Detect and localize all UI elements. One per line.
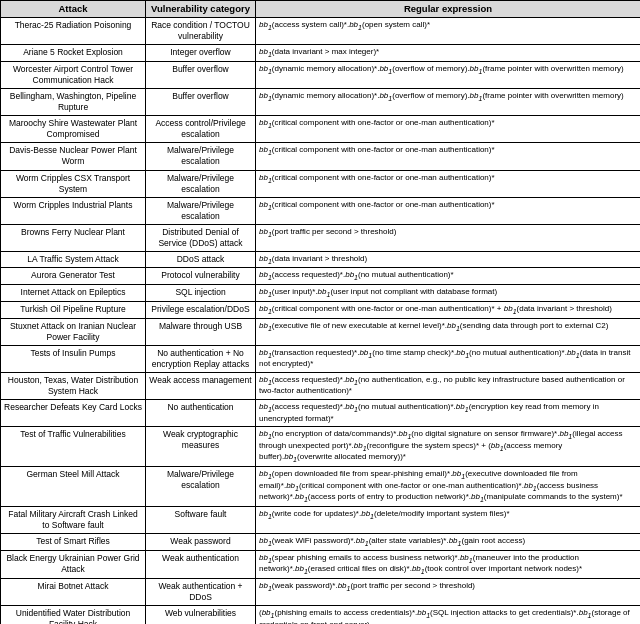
table-row: Unidentified Water Distribution Facility… xyxy=(1,606,641,624)
regex-cell: bb1(weak password)*.bb1(port traffic per… xyxy=(256,579,641,606)
regex-cell: bb1(weak WiFi password)*.bb1(alter state… xyxy=(256,534,641,551)
attack-cell: Worcester Airport Control Tower Communic… xyxy=(1,62,146,89)
vuln-cell: Buffer overflow xyxy=(146,89,256,116)
regex-cell: bb1(port traffic per second > threshold) xyxy=(256,224,641,251)
regex-cell: bb1(data invariant > max integer)* xyxy=(256,45,641,62)
regex-cell: bb1(access system call)*.bb1(open system… xyxy=(256,18,641,45)
attack-cell: Worm Cripples CSX Transport System xyxy=(1,170,146,197)
vuln-cell: Weak authentication + DDoS xyxy=(146,579,256,606)
vuln-cell: Distributed Denial of Service (DDoS) att… xyxy=(146,224,256,251)
attack-cell: Davis-Besse Nuclear Power Plant Worm xyxy=(1,143,146,170)
vuln-cell: Weak access management xyxy=(146,372,256,399)
table-row: Test of Smart RiflesWeak passwordbb1(wea… xyxy=(1,534,641,551)
vuln-cell: Malware/Privilege escalation xyxy=(146,143,256,170)
attack-cell: Test of Smart Rifles xyxy=(1,534,146,551)
regex-cell: bb1(critical component with one-factor o… xyxy=(256,143,641,170)
vuln-cell: Software fault xyxy=(146,507,256,534)
attack-cell: Internet Attack on Epileptics xyxy=(1,285,146,302)
vuln-cell: Protocol vulnerability xyxy=(146,268,256,285)
vuln-cell: Access control/Privilege escalation xyxy=(146,116,256,143)
table-row: Worm Cripples Industrial PlantsMalware/P… xyxy=(1,197,641,224)
table-row: Mirai Botnet AttackWeak authentication +… xyxy=(1,579,641,606)
attack-cell: Aurora Generator Test xyxy=(1,268,146,285)
table-row: Houston, Texas, Water Distribution Syste… xyxy=(1,372,641,399)
vuln-cell: Web vulnerabilities xyxy=(146,606,256,624)
attack-cell: Tests of Insulin Pumps xyxy=(1,345,146,372)
attack-cell: Fatal Military Aircraft Crash Linked to … xyxy=(1,507,146,534)
table-row: Internet Attack on EpilepticsSQL injecti… xyxy=(1,285,641,302)
vuln-cell: No authentication + No encryption Replay… xyxy=(146,345,256,372)
col-header-vuln: Vulnerability category xyxy=(146,1,256,18)
vuln-cell: Malware/Privilege escalation xyxy=(146,170,256,197)
vuln-cell: Privilege escalation/DDoS xyxy=(146,301,256,318)
table-row: Turkish Oil Pipeline RupturePrivilege es… xyxy=(1,301,641,318)
table-row: Test of Traffic VulnerabilitiesWeak cryp… xyxy=(1,426,641,466)
table-row: Maroochy Shire Wastewater Plant Compromi… xyxy=(1,116,641,143)
vuln-cell: Malware/Privilege escalation xyxy=(146,197,256,224)
table-row: Stuxnet Attack on Iranian Nuclear Power … xyxy=(1,318,641,345)
table-row: Fatal Military Aircraft Crash Linked to … xyxy=(1,507,641,534)
attack-cell: Browns Ferry Nuclear Plant xyxy=(1,224,146,251)
table-row: LA Traffic System AttackDDoS attackbb1(d… xyxy=(1,251,641,268)
vuln-cell: Integer overflow xyxy=(146,45,256,62)
vuln-cell: Weak cryptographic measures xyxy=(146,426,256,466)
regex-cell: bb1(no encryption of data/commands)*.bb1… xyxy=(256,426,641,466)
attack-cell: Researcher Defeats Key Card Locks xyxy=(1,399,146,426)
table-row: Black Energy Ukrainian Power Grid Attack… xyxy=(1,550,641,578)
table-row: Bellingham, Washington, Pipeline Rupture… xyxy=(1,89,641,116)
regex-cell: bb1(critical component with one-factor o… xyxy=(256,301,641,318)
regex-cell: bb1(critical component with one-factor o… xyxy=(256,170,641,197)
table-row: Worcester Airport Control Tower Communic… xyxy=(1,62,641,89)
attack-cell: Turkish Oil Pipeline Rupture xyxy=(1,301,146,318)
regex-cell: bb1(executive file of new executable at … xyxy=(256,318,641,345)
attack-cell: German Steel Mill Attack xyxy=(1,466,146,506)
attack-cell: Mirai Botnet Attack xyxy=(1,579,146,606)
attack-cell: Maroochy Shire Wastewater Plant Compromi… xyxy=(1,116,146,143)
regex-cell: bb1(access requested)*.bb1(no authentica… xyxy=(256,372,641,399)
regex-cell: bb1(access requested)*.bb1(no mutual aut… xyxy=(256,399,641,426)
regex-cell: bb1(critical component with one-factor o… xyxy=(256,197,641,224)
main-table: Attack Vulnerability category Regular ex… xyxy=(0,0,640,624)
attack-cell: Test of Traffic Vulnerabilities xyxy=(1,426,146,466)
regex-cell: bb1(open downloaded file from spear-phis… xyxy=(256,466,641,506)
vuln-cell: Malware through USB xyxy=(146,318,256,345)
col-header-regex: Regular expression xyxy=(256,1,641,18)
vuln-cell: No authentication xyxy=(146,399,256,426)
regex-cell: bb1(dynamic memory allocation)*.bb1(over… xyxy=(256,89,641,116)
vuln-cell: DDoS attack xyxy=(146,251,256,268)
table-row: German Steel Mill AttackMalware/Privileg… xyxy=(1,466,641,506)
regex-cell: bb1(critical component with one-factor o… xyxy=(256,116,641,143)
table-row: Ariane 5 Rocket ExplosionInteger overflo… xyxy=(1,45,641,62)
table-row: Worm Cripples CSX Transport SystemMalwar… xyxy=(1,170,641,197)
table-row: Browns Ferry Nuclear PlantDistributed De… xyxy=(1,224,641,251)
table-row: Therac-25 Radiation PoisoningRace condit… xyxy=(1,18,641,45)
attack-cell: Therac-25 Radiation Poisoning xyxy=(1,18,146,45)
regex-cell: bb1(transaction requested)*.bb1(no time … xyxy=(256,345,641,372)
vuln-cell: Weak authentication xyxy=(146,550,256,578)
vuln-cell: SQL injection xyxy=(146,285,256,302)
regex-cell: bb1(spear phishing emails to access busi… xyxy=(256,550,641,578)
attack-cell: Stuxnet Attack on Iranian Nuclear Power … xyxy=(1,318,146,345)
attack-cell: Bellingham, Washington, Pipeline Rupture xyxy=(1,89,146,116)
regex-cell: bb1(dynamic memory allocation)*.bb1(over… xyxy=(256,62,641,89)
table-row: Tests of Insulin PumpsNo authentication … xyxy=(1,345,641,372)
vuln-cell: Buffer overflow xyxy=(146,62,256,89)
table-row: Davis-Besse Nuclear Power Plant WormMalw… xyxy=(1,143,641,170)
table-row: Aurora Generator TestProtocol vulnerabil… xyxy=(1,268,641,285)
attack-cell: Ariane 5 Rocket Explosion xyxy=(1,45,146,62)
regex-cell: bb1(data invariant > threshold) xyxy=(256,251,641,268)
attack-cell: Unidentified Water Distribution Facility… xyxy=(1,606,146,624)
regex-cell: bb1(write code for updates)*.bb1(delete/… xyxy=(256,507,641,534)
attack-cell: Black Energy Ukrainian Power Grid Attack xyxy=(1,550,146,578)
regex-cell: bb1(user input)*.bb1(user input not comp… xyxy=(256,285,641,302)
attack-cell: Houston, Texas, Water Distribution Syste… xyxy=(1,372,146,399)
table-row: Researcher Defeats Key Card LocksNo auth… xyxy=(1,399,641,426)
attack-cell: Worm Cripples Industrial Plants xyxy=(1,197,146,224)
attack-cell: LA Traffic System Attack xyxy=(1,251,146,268)
vuln-cell: Weak password xyxy=(146,534,256,551)
regex-cell: (bb1(phishing emails to access credentia… xyxy=(256,606,641,624)
vuln-cell: Malware/Privilege escalation xyxy=(146,466,256,506)
col-header-attack: Attack xyxy=(1,1,146,18)
regex-cell: bb1(access requested)*.bb1(no mutual aut… xyxy=(256,268,641,285)
vuln-cell: Race condition / TOCTOU vulnerability xyxy=(146,18,256,45)
